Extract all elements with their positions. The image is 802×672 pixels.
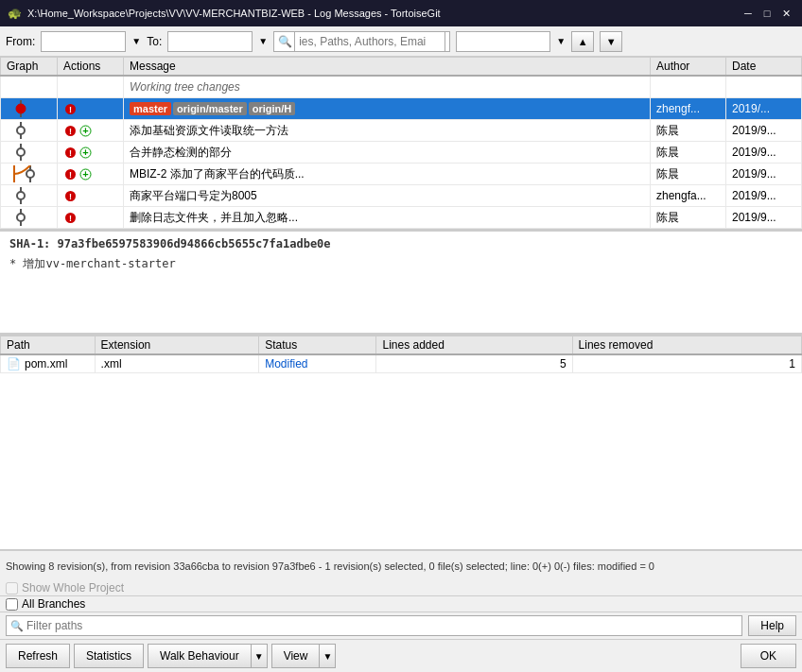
log-table-container: Graph Actions Message Author Date Workin… (0, 57, 802, 232)
message-text: 商家平台端口号定为8005 (130, 189, 257, 202)
message-cell: Working tree changes (124, 76, 651, 98)
action-icon-red-circle: ! (63, 124, 77, 137)
table-row[interactable]: !masterorigin/masterorigin/Hzhengf...201… (1, 98, 802, 120)
svg-point-5 (17, 127, 25, 134)
author-cell: 陈晨 (651, 164, 726, 185)
help-button[interactable]: Help (748, 615, 796, 636)
graph-cell (1, 98, 58, 120)
table-row[interactable]: Working tree changes (1, 76, 802, 98)
file-extension: .xml (95, 354, 259, 373)
file-list-container: Path Extension Status Lines added Lines … (0, 336, 802, 550)
close-button[interactable]: ✕ (777, 5, 794, 22)
table-row[interactable]: !+合并静态检测的部分陈晨2019/9... (1, 142, 802, 164)
action-icon-green-plus: + (78, 167, 92, 181)
title-bar: 🐢 X:\Home_Workspace\Projects\VV\VV-MERCH… (0, 0, 802, 26)
message-cell: 合并静态检测的部分 (124, 142, 651, 164)
file-lines-removed: 1 (572, 354, 801, 373)
filter-paths-input[interactable] (26, 619, 738, 632)
col-header-author: Author (651, 58, 726, 77)
svg-point-18 (26, 170, 34, 178)
view-dropdown[interactable]: ▼ (319, 644, 336, 668)
actions-cell: !+ (58, 142, 124, 164)
commit-body: * 增加vv-merchant-starter (9, 256, 793, 272)
scroll-up-button[interactable]: ▲ (571, 31, 594, 52)
file-path: 📄pom.xml (1, 354, 96, 373)
action-icon-green-plus: + (78, 124, 92, 137)
all-branches: All Branches (6, 597, 85, 611)
filter-input-container: 🔍 (6, 615, 742, 636)
message-text: 添加基础资源文件读取统一方法 (130, 124, 288, 137)
show-whole-project: Show Whole Project (6, 581, 124, 594)
from-date-input[interactable]: 2019/ 9/26 (41, 31, 126, 52)
action-icon-red-circle: ! (63, 146, 77, 159)
show-whole-project-checkbox[interactable] (6, 582, 18, 594)
graph-cell (1, 76, 58, 98)
filter-row: 🔍 Help (0, 612, 802, 639)
all-branches-checkbox[interactable] (6, 598, 18, 611)
ok-button[interactable]: OK (741, 644, 796, 668)
file-table: Path Extension Status Lines added Lines … (0, 336, 802, 373)
actions-cell: !+ (58, 164, 124, 185)
actions-cell: !+ (58, 120, 124, 142)
filter-type-input[interactable]: Author Email (456, 31, 550, 52)
svg-text:+: + (82, 168, 88, 180)
walk-behaviour-dropdown[interactable]: ▼ (251, 644, 268, 668)
title-bar-icon: 🐢 (8, 7, 22, 20)
project-controls: Show Whole Project (0, 580, 802, 595)
action-icon-red-circle: ! (63, 211, 77, 224)
svg-point-24 (17, 192, 25, 199)
view-group: View ▼ (271, 644, 337, 668)
graph-cell (1, 207, 58, 229)
svg-text:+: + (82, 125, 88, 136)
col-header-path: Path (1, 336, 96, 355)
commit-detail: SHA-1: 97a3fbe6597583906d94866cb5655c7fa… (0, 232, 802, 336)
svg-text:!: ! (69, 148, 72, 158)
table-row[interactable]: !+MBIZ-2 添加了商家平台的代码质...陈晨2019/9... (1, 164, 802, 185)
author-cell: zhengf... (651, 98, 726, 120)
actions-cell: ! (58, 98, 124, 120)
minimize-button[interactable]: ─ (740, 5, 757, 22)
col-header-actions: Actions (58, 58, 124, 77)
author-cell: 陈晨 (651, 207, 726, 229)
file-lines-added: 5 (376, 354, 572, 373)
message-text: 合并静态检测的部分 (130, 146, 232, 159)
walk-behaviour-group: Walk Behaviour ▼ (148, 644, 268, 668)
svg-text:!: ! (69, 170, 72, 180)
view-button[interactable]: View (271, 644, 320, 668)
col-header-status: Status (259, 336, 376, 355)
author-cell: 陈晨 (651, 142, 726, 164)
table-row[interactable]: !商家平台端口号定为8005zhengfa...2019/9... (1, 185, 802, 207)
to-date-input[interactable]: 2019/ 9/29 (167, 31, 253, 52)
message-text: 删除日志文件夹，并且加入忽略... (130, 211, 298, 224)
actions-cell: ! (58, 185, 124, 207)
date-cell: 2019/9... (726, 164, 802, 185)
log-table: Graph Actions Message Author Date Workin… (0, 57, 802, 232)
action-icon-green-plus: + (78, 146, 92, 159)
commit-sha: SHA-1: 97a3fbe6597583906d94866cb5655c7fa… (9, 237, 793, 250)
date-cell: 2019/... (726, 98, 802, 120)
message-text: MBIZ-2 添加了商家平台的代码质... (130, 167, 305, 181)
statistics-button[interactable]: Statistics (74, 644, 144, 668)
svg-point-28 (17, 214, 25, 221)
table-row[interactable]: !+添加基础资源文件读取统一方法陈晨2019/9... (1, 120, 802, 142)
table-row[interactable]: !删除日志文件夹，并且加入忽略...陈晨2019/9... (1, 207, 802, 229)
col-header-extension: Extension (95, 336, 259, 355)
scroll-down-button[interactable]: ▼ (600, 31, 622, 52)
from-label: From: (6, 35, 35, 48)
branches-controls: All Branches (0, 595, 802, 612)
svg-point-11 (17, 148, 25, 156)
to-dropdown-icon[interactable]: ▼ (258, 36, 268, 46)
filter-type-dropdown-icon[interactable]: ▼ (556, 36, 566, 46)
date-cell: 2019/9... (726, 185, 802, 207)
author-cell (651, 76, 726, 98)
date-dropdown-icon[interactable]: ▼ (131, 36, 141, 46)
search-input[interactable] (294, 31, 445, 52)
author-cell: zhengfa... (651, 185, 726, 207)
date-cell: 2019/9... (726, 142, 802, 164)
refresh-button[interactable]: Refresh (6, 644, 70, 668)
maximize-button[interactable]: □ (758, 5, 776, 22)
walk-behaviour-button[interactable]: Walk Behaviour (148, 644, 251, 668)
file-row[interactable]: 📄pom.xml.xmlModified51 (1, 354, 802, 373)
search-icon: 🔍 (278, 35, 292, 48)
col-header-graph: Graph (1, 58, 58, 77)
